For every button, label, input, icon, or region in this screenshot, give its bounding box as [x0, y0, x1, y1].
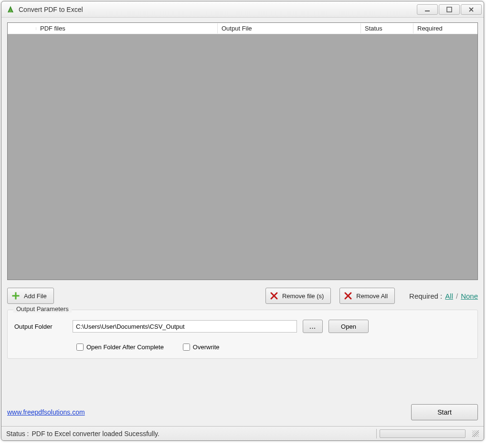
column-header-status[interactable]: Status: [361, 23, 413, 33]
website-link[interactable]: www.freepdfsolutions.com: [7, 408, 85, 416]
overwrite-label: Overwrite: [193, 344, 220, 351]
remove-file-label: Remove file (s): [282, 292, 324, 300]
x-icon: [344, 292, 352, 300]
required-label: Required :: [409, 292, 442, 300]
output-folder-row: Output Folder ... Open: [14, 320, 471, 333]
file-grid[interactable]: PDF files Output File Status Required: [7, 22, 478, 280]
remove-file-button[interactable]: Remove file (s): [265, 288, 331, 304]
close-icon: [468, 7, 474, 12]
maximize-button[interactable]: [439, 4, 460, 15]
progress-area: [376, 429, 479, 438]
grid-body[interactable]: [8, 34, 477, 280]
svg-rect-2: [425, 10, 430, 11]
svg-rect-5: [12, 295, 20, 297]
bottom-row: www.freepdfsolutions.com Start: [7, 404, 478, 423]
window-controls: [416, 4, 482, 15]
window-title: Convert PDF to Excel: [19, 6, 416, 13]
column-header-output[interactable]: Output File: [218, 23, 361, 33]
column-header-pdf[interactable]: PDF files: [36, 23, 218, 33]
add-file-label: Add File: [24, 292, 47, 300]
app-window: Convert PDF to Excel PDF files Output Fi…: [1, 1, 484, 441]
open-after-label: Open Folder After Complete: [86, 344, 164, 351]
browse-button[interactable]: ...: [303, 320, 323, 333]
client-area: PDF files Output File Status Required Ad…: [1, 18, 484, 426]
plus-icon: [11, 292, 20, 300]
svg-rect-3: [447, 7, 452, 12]
overwrite-checkbox-wrap[interactable]: Overwrite: [183, 344, 220, 351]
resize-grip-icon[interactable]: [472, 430, 479, 437]
remove-all-button[interactable]: Remove All: [339, 288, 395, 304]
required-filter: Required : All / None: [409, 292, 478, 300]
output-parameters-group: Output Parameters Output Folder ... Open…: [7, 310, 478, 359]
overwrite-checkbox[interactable]: [183, 344, 190, 351]
x-icon: [270, 292, 278, 300]
output-parameters-title: Output Parameters: [13, 305, 72, 313]
grid-header: PDF files Output File Status Required: [8, 23, 477, 34]
add-file-button[interactable]: Add File: [7, 288, 54, 304]
column-header-icon[interactable]: [8, 27, 36, 30]
titlebar: Convert PDF to Excel: [1, 1, 484, 18]
statusbar: Status : PDF to Excel converter loaded S…: [1, 426, 484, 440]
open-folder-button[interactable]: Open: [328, 320, 369, 333]
status-message: PDF to Excel converter loaded Sucessfull…: [32, 430, 159, 438]
status-prefix: Status :: [6, 430, 29, 438]
close-button[interactable]: [461, 4, 482, 15]
options-row: Open Folder After Complete Overwrite: [76, 344, 471, 351]
progress-bar: [380, 429, 466, 438]
open-after-checkbox[interactable]: [76, 344, 84, 351]
output-folder-label: Output Folder: [14, 323, 67, 330]
required-all-link[interactable]: All: [445, 292, 453, 300]
app-icon: [6, 5, 15, 14]
start-button[interactable]: Start: [411, 404, 478, 420]
maximize-icon: [446, 7, 452, 12]
minimize-icon: [424, 7, 430, 12]
required-none-link[interactable]: None: [461, 292, 478, 300]
remove-all-label: Remove All: [356, 292, 388, 300]
minimize-button[interactable]: [417, 4, 438, 15]
action-row: Add File Remove file (s) Remove All Requ…: [7, 288, 478, 304]
status-separator: [376, 429, 377, 438]
required-sep: /: [456, 292, 458, 300]
output-folder-input[interactable]: [73, 320, 297, 333]
column-header-required[interactable]: Required: [413, 23, 456, 33]
open-after-checkbox-wrap[interactable]: Open Folder After Complete: [76, 344, 164, 351]
